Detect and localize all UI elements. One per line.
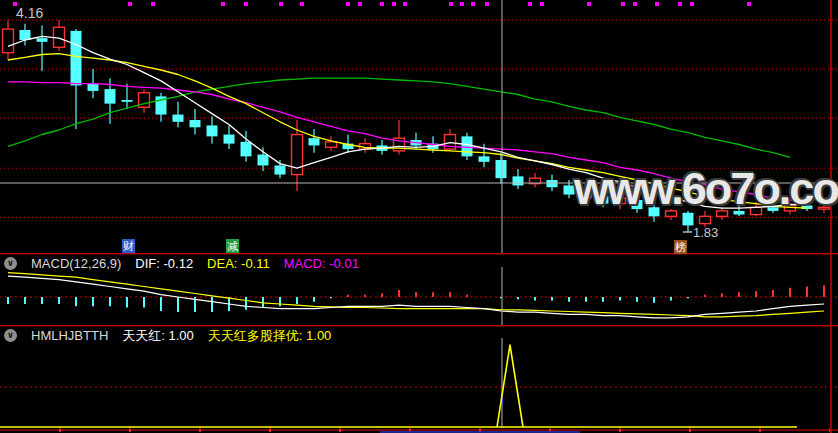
top-event-dot bbox=[655, 2, 659, 6]
top-event-dot bbox=[540, 2, 544, 6]
top-event-dot bbox=[403, 2, 407, 6]
top-event-dot bbox=[747, 2, 751, 6]
event-badge-finance[interactable]: 财 bbox=[122, 239, 135, 253]
candle-body-down bbox=[309, 138, 320, 145]
candle-body-up bbox=[700, 216, 711, 223]
candle-body-down bbox=[122, 100, 133, 102]
top-event-dot bbox=[621, 2, 625, 6]
candle-body-up bbox=[3, 29, 14, 53]
custom-indicator-title[interactable]: HMLHJBTTH bbox=[31, 328, 108, 343]
watermark: www.6o7o.com bbox=[574, 166, 838, 212]
top-event-dot bbox=[678, 2, 682, 6]
candle-body-down bbox=[683, 213, 694, 226]
candle-body-up bbox=[326, 142, 337, 147]
custom-line1-value: 天天红: 1.00 bbox=[122, 328, 194, 343]
top-event-dot bbox=[392, 2, 396, 6]
candle-body-down bbox=[564, 185, 575, 194]
candle-body-down bbox=[207, 125, 218, 136]
candle-body-down bbox=[37, 38, 48, 42]
top-event-dot bbox=[471, 2, 475, 6]
custom-line2-value: 天天红多股择优: 1.00 bbox=[208, 328, 332, 343]
top-event-dot bbox=[300, 2, 304, 6]
top-event-dot bbox=[460, 2, 464, 6]
candle-body-down bbox=[462, 136, 473, 156]
top-event-dot bbox=[221, 2, 225, 6]
stock-chart-screen: 4.16 1.83 财 减 榜 www.6o7o.com ∨ MACD(12,2… bbox=[0, 0, 838, 433]
yellow-signal-spike bbox=[497, 345, 523, 427]
top-event-dot bbox=[587, 2, 591, 6]
candle-body-down bbox=[190, 120, 201, 127]
top-event-dot bbox=[690, 2, 694, 6]
macd-dea-value: DEA: -0.11 bbox=[207, 256, 270, 271]
event-badge-ranking[interactable]: 榜 bbox=[674, 240, 687, 254]
candle-body-down bbox=[547, 180, 558, 187]
candle-body-down bbox=[20, 30, 31, 40]
candle-body-down bbox=[479, 156, 490, 161]
candle-body-down bbox=[513, 176, 524, 185]
event-badge-reduction[interactable]: 减 bbox=[226, 239, 239, 253]
top-event-dot bbox=[279, 2, 283, 6]
top-event-dot bbox=[128, 2, 132, 6]
main-candlestick-chart[interactable] bbox=[0, 0, 838, 253]
macd-dif-value: DIF: -0.12 bbox=[135, 256, 193, 271]
custom-panel-header: ∨ HMLHJBTTH 天天红: 1.00 天天红多股择优: 1.00 bbox=[4, 327, 331, 343]
low-price-label: 1.83 bbox=[693, 226, 718, 239]
top-event-dot bbox=[380, 2, 384, 6]
top-event-dot bbox=[346, 2, 350, 6]
candle-body-down bbox=[224, 135, 235, 144]
candle-body-down bbox=[88, 84, 99, 91]
chart-right-frame-border bbox=[830, 0, 832, 433]
top-event-dot bbox=[358, 2, 362, 6]
chevron-down-circle-icon[interactable]: ∨ bbox=[4, 329, 17, 342]
macd-indicator-title[interactable]: MACD(12,26,9) bbox=[31, 256, 121, 271]
candle-body-down bbox=[496, 160, 507, 178]
candle-body-down bbox=[71, 31, 82, 86]
top-event-dot bbox=[151, 2, 155, 6]
macd-panel-header: ∨ MACD(12,26,9) DIF: -0.12 DEA: -0.11 MA… bbox=[4, 255, 359, 271]
top-event-dot bbox=[244, 2, 248, 6]
candle-body-down bbox=[173, 115, 184, 122]
top-event-dot bbox=[449, 2, 453, 6]
top-event-dot bbox=[633, 2, 637, 6]
candle-body-down bbox=[105, 89, 116, 104]
top-event-dot bbox=[528, 2, 532, 6]
candle-body-down bbox=[258, 155, 269, 166]
macd-hist-value: MACD: -0.01 bbox=[284, 256, 359, 271]
candle-body-down bbox=[275, 165, 286, 174]
candle-body-down bbox=[241, 142, 252, 157]
high-price-label: 4.16 bbox=[16, 6, 43, 20]
chevron-down-circle-icon[interactable]: ∨ bbox=[4, 257, 17, 270]
top-event-dot bbox=[485, 2, 489, 6]
